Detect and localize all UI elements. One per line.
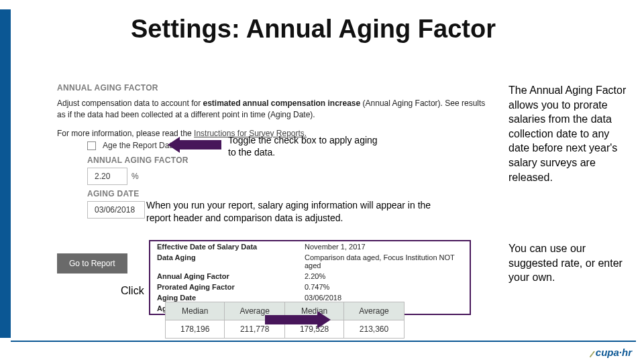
desc-bold: estimated annual compensation increase — [203, 99, 360, 108]
age-data-row: Age the Report Data — [87, 141, 176, 150]
accent-bar — [0, 9, 11, 338]
section-label: ANNUAL AGING FACTOR — [57, 83, 486, 93]
aging-date-input[interactable]: 03/06/2018 — [87, 201, 145, 219]
info-key: Annual Aging Factor — [157, 272, 305, 280]
info-row: Annual Aging Factor2.20% — [150, 271, 470, 282]
arrow-right-icon — [265, 311, 331, 328]
footer-rule — [11, 341, 636, 342]
info-value: Comparison data aged, Focus Institution … — [305, 253, 463, 269]
age-data-checkbox[interactable] — [87, 141, 96, 150]
aging-date-label: AGING DATE — [87, 189, 139, 198]
info-value: 0.747% — [305, 283, 463, 291]
info-row: Data AgingComparison data aged, Focus In… — [150, 252, 470, 271]
info-key: Effective Date of Salary Data — [157, 243, 305, 251]
cupa-hr-logo: ⟋cupa·hr — [587, 347, 632, 358]
info-key: Data Aging — [157, 253, 305, 269]
form-panel: ANNUAL AGING FACTOR Adjust compensation … — [57, 83, 486, 138]
percent-sign: % — [131, 172, 139, 181]
info-value: 03/06/2018 — [305, 294, 463, 302]
age-data-label: Age the Report Data — [103, 141, 176, 150]
section-description: Adjust compensation data to account for … — [57, 98, 486, 121]
info-row: Effective Date of Salary DataNovember 1,… — [150, 241, 470, 252]
info-key: Aging Date — [157, 294, 305, 302]
arrow-left-icon — [168, 138, 221, 152]
table-cell: 178,196 — [166, 320, 225, 339]
slide: Settings: Annual Aging Factor ANNUAL AGI… — [0, 0, 644, 362]
explanation-text-1: The Annual Aging Factor allows you to pr… — [508, 83, 629, 184]
desc-text: Adjust compensation data to account for — [57, 99, 203, 108]
callout-run-report: When you run your report, salary aging i… — [146, 199, 455, 225]
table-header: Average — [344, 302, 404, 320]
page-title: Settings: Annual Aging Factor — [131, 15, 496, 44]
table-cell: 213,360 — [344, 320, 404, 339]
info-row: Prorated Aging Factor0.747% — [150, 282, 470, 292]
click-label: Click — [121, 285, 144, 297]
info-key: Prorated Aging Factor — [157, 283, 305, 291]
annual-factor-label: ANNUAL AGING FACTOR — [87, 156, 189, 165]
go-to-report-button[interactable]: Go to Report — [57, 253, 127, 274]
info-value: 2.20% — [305, 272, 463, 280]
explanation-text-2: You can use our suggested rate, or enter… — [508, 241, 629, 285]
table-header: Median — [166, 302, 225, 320]
callout-toggle: Toggle the check box to apply aging to t… — [228, 134, 382, 158]
annual-factor-input[interactable]: 2.20 — [87, 168, 127, 185]
info-value: November 1, 2017 — [305, 243, 463, 251]
